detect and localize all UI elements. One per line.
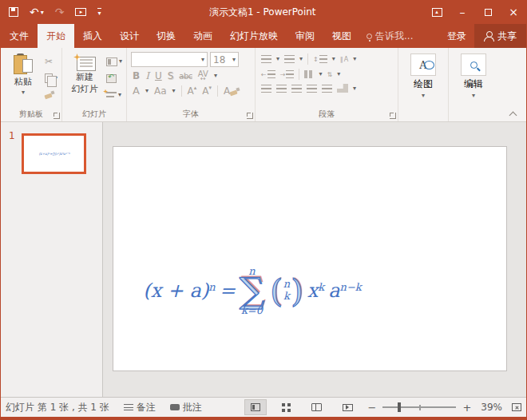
text-shadow-button[interactable]: S [168, 70, 174, 81]
columns-dropdown-icon[interactable]: ▾ [319, 71, 322, 77]
maximize-button[interactable] [475, 0, 501, 24]
italic-button[interactable]: I [145, 70, 149, 81]
text-direction-icon[interactable]: ∥A [340, 56, 348, 63]
bold-button[interactable]: B [133, 70, 140, 81]
tab-design[interactable]: 设计 [111, 24, 148, 48]
font-size-combobox[interactable]: 18▾ [210, 52, 239, 67]
tell-me-box[interactable]: 告诉我... [360, 24, 419, 48]
align-center-icon[interactable] [276, 85, 287, 93]
comments-button[interactable]: 批注 [170, 401, 202, 414]
font-size-dropdown-icon[interactable]: ▾ [232, 57, 236, 63]
justify-icon[interactable] [307, 85, 317, 93]
ribbon-display-options-button[interactable]: ▴ [424, 0, 450, 24]
slide-sorter-view-button[interactable] [276, 400, 296, 415]
align-right-icon[interactable] [291, 85, 302, 93]
slide-thumbnail[interactable]: (x+a)ⁿ=∑(ₖⁿ)xᵏaⁿ⁻ᵏ [22, 133, 86, 174]
status-right: − + 39% [244, 399, 521, 415]
minimize-button[interactable]: – [450, 0, 475, 24]
tab-home[interactable]: 开始 [38, 24, 74, 48]
line-spacing-icon[interactable]: ↕ [313, 55, 327, 63]
slide-thumbnail-panel[interactable]: 1 (x+a)ⁿ=∑(ₖⁿ)xᵏaⁿ⁻ᵏ [1, 122, 103, 397]
editing-button[interactable]: 编辑 ▾ [453, 52, 494, 109]
tab-file[interactable]: 文件 [1, 24, 38, 48]
underline-button[interactable]: U [155, 70, 162, 81]
redo-button[interactable]: ↷ [55, 6, 65, 18]
tab-view[interactable]: 视图 [323, 24, 360, 48]
clipboard-group-label: 剪贴板 [1, 109, 61, 120]
equation[interactable]: (x + a)n = n ∑ k=0 ( n k ) [143, 266, 361, 315]
tab-slideshow[interactable]: 幻灯片放映 [221, 24, 287, 48]
numbering-icon[interactable] [284, 55, 295, 63]
line-spacing-dropdown-icon[interactable]: ▾ [332, 56, 335, 62]
shrink-font-button[interactable]: A▾ [202, 85, 212, 97]
tab-review[interactable]: 审阅 [287, 24, 323, 48]
clear-formatting-button[interactable]: A [224, 85, 240, 97]
layout-button[interactable]: ▾ [106, 55, 122, 68]
align-text-icon[interactable]: ⇅ [327, 71, 332, 78]
paste-label: 粘贴 [14, 77, 32, 88]
slide-canvas[interactable]: (x + a)n = n ∑ k=0 ( n k ) [113, 146, 507, 371]
distribute-icon[interactable] [322, 85, 332, 93]
smartart-dropdown-icon[interactable]: ▾ [353, 85, 356, 92]
numbering-dropdown-icon[interactable]: ▾ [299, 56, 303, 62]
fit-slide-to-window-button[interactable] [512, 403, 521, 411]
font-name-dropdown-icon[interactable]: ▾ [201, 57, 204, 63]
font-color-dropdown-icon[interactable]: ▾ [145, 88, 149, 94]
zoom-in-button[interactable]: + [462, 402, 471, 414]
zoom-slider-track[interactable] [382, 406, 456, 407]
notes-button[interactable]: 备注 [124, 401, 156, 414]
paragraph-divider-2 [299, 69, 299, 80]
copy-button[interactable]: ▾ [45, 72, 57, 85]
slideshow-view-button[interactable] [337, 401, 359, 414]
section-button[interactable]: ▾ [106, 89, 122, 101]
tab-transitions[interactable]: 切换 [148, 24, 184, 48]
bullets-icon[interactable] [261, 55, 271, 63]
change-case-dropdown-icon[interactable]: ▾ [172, 88, 176, 94]
reading-view-button[interactable] [306, 400, 327, 414]
font-name-combobox[interactable]: ▾ [131, 52, 208, 67]
save-button[interactable] [9, 7, 18, 17]
slides-small-buttons: ▾ ▾ [106, 52, 122, 109]
increase-indent-icon[interactable]: → [280, 70, 295, 78]
clipboard-dialog-launcher[interactable] [53, 113, 60, 119]
cut-button[interactable]: ✂ [45, 55, 57, 68]
columns-icon[interactable] [304, 70, 314, 78]
text-direction-dropdown-icon[interactable]: ▾ [353, 56, 356, 62]
zoom-percentage[interactable]: 39% [481, 402, 502, 413]
bullets-dropdown-icon[interactable]: ▾ [276, 56, 279, 62]
collapse-ribbon-icon[interactable] [510, 110, 517, 117]
paste-button[interactable]: 粘贴 ▾ [5, 52, 42, 109]
tab-insert[interactable]: 插入 [74, 24, 111, 48]
character-spacing-dropdown-icon[interactable]: ▾ [214, 73, 217, 79]
character-spacing-button[interactable]: AV ↔ [198, 71, 208, 81]
sign-in-button[interactable]: 登录 [439, 24, 474, 48]
share-button[interactable]: 共享 [474, 24, 526, 48]
zoom-out-button[interactable]: − [368, 402, 377, 414]
format-painter-button[interactable] [45, 89, 57, 101]
tab-animations[interactable]: 动画 [184, 24, 221, 48]
close-button[interactable]: × [501, 0, 526, 24]
strikethrough-button[interactable]: abc [179, 72, 192, 81]
align-text-dropdown-icon[interactable]: ▾ [337, 71, 340, 77]
normal-view-button[interactable] [244, 399, 267, 415]
font-color-button[interactable]: A [133, 85, 140, 97]
align-left-icon[interactable] [261, 85, 271, 93]
new-slide-button[interactable]: 新建 幻灯片 [66, 52, 103, 109]
slide-editor-area[interactable]: (x + a)n = n ∑ k=0 ( n k ) [103, 122, 526, 397]
change-case-button[interactable]: Aa [154, 85, 167, 97]
eq-right-paren: ) [291, 279, 303, 303]
zoom-slider-thumb[interactable] [398, 402, 401, 412]
undo-button[interactable]: ↶ ▾ [30, 6, 44, 18]
decrease-indent-icon[interactable]: ← [261, 70, 275, 78]
reset-button[interactable] [106, 72, 122, 85]
paste-dropdown-icon[interactable]: ▾ [22, 89, 25, 96]
slideshow-view-icon [343, 404, 353, 411]
undo-dropdown-icon[interactable]: ▾ [41, 9, 44, 16]
convert-to-smartart-icon[interactable] [337, 84, 348, 93]
paragraph-dialog-launcher[interactable] [390, 113, 396, 119]
window-title: 演示文稿1 - PowerPoint [101, 6, 425, 19]
font-dialog-launcher[interactable] [247, 113, 253, 119]
grow-font-button[interactable]: A▴ [188, 85, 197, 97]
start-slideshow-button[interactable]: ▸ [75, 8, 86, 16]
drawing-button[interactable]: A 绘图 ▾ [402, 52, 444, 109]
